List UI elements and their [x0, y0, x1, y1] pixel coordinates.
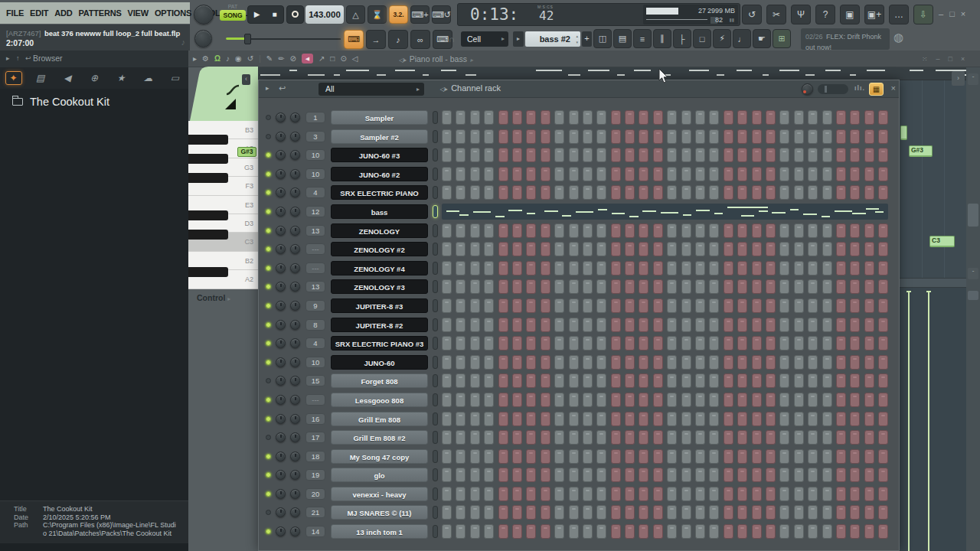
channel-mute-led[interactable]: [266, 209, 271, 214]
step-cell[interactable]: [484, 223, 494, 238]
step-cell[interactable]: [667, 468, 677, 482]
channel-mixer-track[interactable]: 10: [305, 149, 325, 161]
step-cell[interactable]: [583, 430, 593, 445]
channel-pan-knob[interactable]: [276, 187, 286, 197]
step-cell[interactable]: [766, 524, 776, 539]
pr-play-icon[interactable]: ▸: [193, 54, 197, 63]
step-cell[interactable]: [526, 129, 536, 144]
step-cell[interactable]: [442, 393, 452, 407]
channel-mute-led[interactable]: [266, 378, 271, 383]
channel-pan-knob[interactable]: [276, 452, 286, 461]
step-cell[interactable]: [836, 279, 846, 294]
step-cell[interactable]: [681, 505, 691, 520]
step-cell[interactable]: [442, 129, 452, 144]
step-cell[interactable]: [569, 185, 579, 200]
step-cell[interactable]: [836, 129, 846, 144]
step-cell[interactable]: [569, 129, 579, 144]
step-cell[interactable]: [752, 393, 762, 407]
close-button[interactable]: ×: [961, 8, 965, 20]
step-cell[interactable]: [836, 298, 846, 313]
step-cell[interactable]: [850, 412, 860, 426]
step-cell[interactable]: [526, 148, 536, 162]
channel-pan-knob[interactable]: [276, 357, 286, 367]
piano-keyboard[interactable]: B3A3G3F3E3D3C3B2A2: [188, 121, 258, 289]
step-cell[interactable]: [766, 430, 776, 445]
channel-mute-led[interactable]: [266, 190, 271, 195]
step-cell[interactable]: [541, 393, 550, 407]
step-cell[interactable]: [695, 298, 705, 313]
step-cell[interactable]: [794, 223, 804, 238]
step-cell[interactable]: [878, 449, 888, 464]
step-cell[interactable]: [470, 412, 480, 426]
step-cell[interactable]: [667, 487, 677, 501]
step-cell[interactable]: [456, 148, 466, 162]
step-cell[interactable]: [737, 430, 747, 445]
channel-volume-knob[interactable]: [290, 169, 300, 179]
step-cell[interactable]: [822, 279, 832, 294]
channel-mixer-track[interactable]: 20: [305, 488, 325, 500]
channel-button[interactable]: venexxi - heavy: [331, 487, 428, 501]
step-cell[interactable]: [512, 279, 522, 294]
step-cell[interactable]: [554, 393, 564, 407]
channel-pan-knob[interactable]: [276, 527, 286, 536]
step-cell[interactable]: [724, 524, 733, 539]
step-cell[interactable]: [822, 430, 832, 445]
step-cell[interactable]: [766, 393, 776, 407]
step-cell[interactable]: [470, 524, 480, 539]
step-cell[interactable]: [569, 449, 579, 464]
step-cell[interactable]: [596, 505, 606, 520]
step-cell[interactable]: [498, 336, 508, 350]
step-cell[interactable]: [512, 185, 522, 200]
step-cell[interactable]: [779, 336, 789, 350]
step-cell[interactable]: [766, 223, 776, 238]
channel-selector[interactable]: [433, 168, 438, 181]
step-cell[interactable]: [695, 242, 705, 256]
channel-volume-knob[interactable]: [290, 244, 300, 254]
step-cell[interactable]: [541, 487, 550, 501]
plugin-icon[interactable]: ⚡: [713, 29, 731, 48]
step-cell[interactable]: [639, 373, 648, 388]
step-cell[interactable]: [850, 242, 860, 256]
step-cell[interactable]: [653, 110, 663, 125]
step-cell[interactable]: [864, 355, 874, 370]
step-cell[interactable]: [681, 393, 691, 407]
typing-keyboard-icon[interactable]: ⌨: [344, 30, 364, 49]
channel-mute-led[interactable]: [266, 510, 271, 515]
step-cell[interactable]: [484, 487, 494, 501]
step-cell[interactable]: [724, 355, 733, 370]
channel-mixer-track[interactable]: 4: [305, 187, 325, 198]
step-cell[interactable]: [766, 279, 776, 294]
step-cell[interactable]: [611, 487, 621, 501]
scroll-down-button[interactable]: ˇ: [968, 268, 978, 279]
step-cell[interactable]: [766, 110, 776, 125]
note-c3[interactable]: C3: [929, 236, 955, 247]
step-cell[interactable]: [864, 468, 874, 482]
step-cell[interactable]: [681, 336, 691, 350]
step-cell[interactable]: [737, 373, 747, 388]
step-cell[interactable]: [737, 487, 747, 501]
step-cell[interactable]: [484, 242, 494, 256]
step-cell[interactable]: [653, 468, 663, 482]
step-cell[interactable]: [470, 167, 480, 181]
step-cell[interactable]: [470, 242, 480, 256]
step-cell[interactable]: [498, 261, 508, 276]
step-cell[interactable]: [709, 129, 719, 144]
step-cell[interactable]: [583, 487, 593, 501]
step-cell[interactable]: [724, 468, 733, 482]
pr-paint-icon[interactable]: ✏: [278, 54, 284, 63]
step-cell[interactable]: [864, 505, 874, 520]
step-cell[interactable]: [611, 129, 621, 144]
step-cell[interactable]: [667, 279, 677, 294]
step-cell[interactable]: [653, 129, 663, 144]
step-cell[interactable]: [554, 336, 564, 350]
step-cell[interactable]: [850, 110, 860, 125]
channel-button[interactable]: MJ SNARES © (11): [331, 505, 428, 520]
step-cell[interactable]: [554, 487, 564, 501]
step-cell[interactable]: [766, 468, 776, 482]
step-cell[interactable]: [737, 242, 747, 256]
step-cell[interactable]: [625, 242, 635, 256]
step-cell[interactable]: [512, 430, 522, 445]
step-cell[interactable]: [526, 449, 536, 464]
step-cell[interactable]: [653, 167, 663, 181]
step-cell[interactable]: [808, 318, 818, 332]
